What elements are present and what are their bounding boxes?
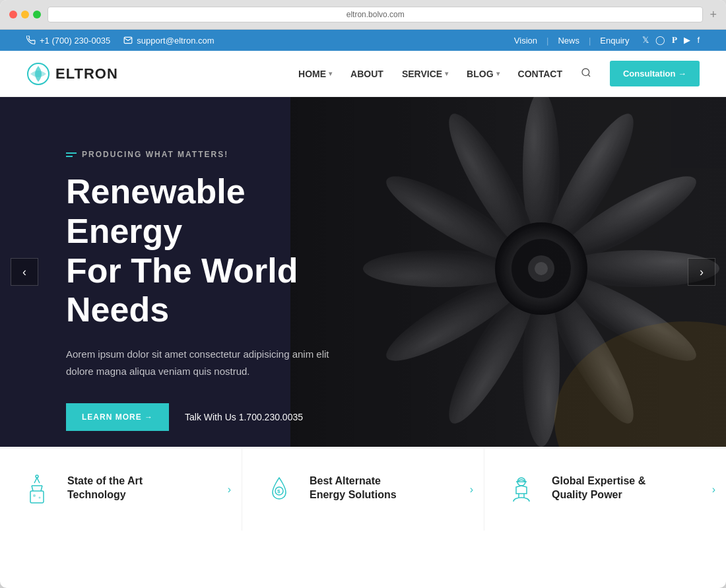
hero-next-arrow[interactable]: › — [688, 258, 715, 286]
hero-phone-text[interactable]: Talk With Us 1.700.230.0035 — [185, 412, 303, 422]
hero-actions: LEARN MORE → Talk With Us 1.700.230.0035 — [66, 403, 343, 431]
browser-dots — [9, 11, 41, 18]
twitter-icon[interactable]: 𝕏 — [642, 35, 649, 46]
news-link[interactable]: News — [558, 36, 579, 46]
email-text: support@eltron.com — [137, 36, 214, 46]
logo-icon — [26, 62, 50, 86]
nav-bar: ELTRON HOME ▾ ABOUT SERVICE ▾ BLOG ▾ CON… — [0, 51, 726, 97]
new-tab-button[interactable]: + — [710, 8, 717, 22]
svg-line-2 — [588, 75, 590, 77]
left-arrow-icon: ‹ — [22, 265, 26, 279]
svg-rect-22 — [30, 491, 44, 503]
vision-link[interactable]: Vision — [514, 36, 537, 46]
divider2: | — [589, 36, 591, 46]
feature-arrow-3: › — [712, 484, 715, 496]
svg-point-23 — [33, 494, 36, 497]
feature-title-2: Best AlternateEnergy Solutions — [310, 474, 397, 502]
facebook-icon[interactable]: f — [697, 35, 700, 46]
fullscreen-dot[interactable] — [33, 11, 41, 18]
divider1: | — [546, 36, 548, 46]
phone-item[interactable]: +1 (700) 230-0035 — [26, 36, 110, 46]
svg-text:$: $ — [277, 488, 280, 494]
learn-more-button[interactable]: LEARN MORE → — [66, 403, 169, 431]
svg-point-25 — [36, 475, 38, 478]
email-item[interactable]: support@eltron.com — [123, 36, 214, 46]
top-bar-right: Vision | News | Enquiry 𝕏 ◯ 𝐏 ▶ f — [514, 35, 700, 46]
nav-home[interactable]: HOME ▾ — [298, 69, 332, 79]
phone-text: +1 (700) 230-0035 — [40, 36, 110, 46]
feature-arrow-1: › — [228, 484, 231, 496]
top-bar-left: +1 (700) 230-0035 support@eltron.com — [26, 36, 214, 46]
badge-text: PRODUCING WHAT MATTERS! — [82, 150, 228, 159]
feature-title-3: Global Expertise &Quality Power — [552, 474, 645, 502]
feature-card-3[interactable]: Global Expertise &Quality Power › — [484, 449, 726, 531]
pinterest-icon[interactable]: 𝐏 — [672, 35, 677, 46]
close-dot[interactable] — [9, 11, 17, 18]
enquiry-link[interactable]: Enquiry — [600, 36, 629, 46]
logo-text: ELTRON — [55, 65, 118, 82]
hero-description: Aorem ipsum dolor sit amet consectetur a… — [66, 346, 343, 379]
home-chevron: ▾ — [329, 70, 332, 77]
instagram-icon[interactable]: ◯ — [655, 35, 665, 46]
hero-title-line2: For The World Needs — [66, 251, 298, 329]
nav-contact[interactable]: CONTACT — [518, 69, 562, 79]
feature-text-3: Global Expertise &Quality Power — [552, 474, 645, 505]
hero-prev-arrow[interactable]: ‹ — [11, 258, 38, 286]
consultation-button[interactable]: Consultation → — [610, 61, 700, 86]
feature-text-2: Best AlternateEnergy Solutions — [310, 474, 397, 505]
top-bar: +1 (700) 230-0035 support@eltron.com Vis… — [0, 30, 726, 51]
address-bar[interactable]: eltron.bolvo.com — [48, 7, 703, 22]
minimize-dot[interactable] — [21, 11, 29, 18]
url-text: eltron.bolvo.com — [346, 10, 405, 19]
nav-links: HOME ▾ ABOUT SERVICE ▾ BLOG ▾ CONTACT Co… — [298, 61, 700, 86]
logo[interactable]: ELTRON — [26, 62, 118, 86]
right-arrow-icon: › — [700, 265, 704, 279]
feature-card-1[interactable]: State of the ArtTechnology › — [0, 449, 242, 531]
water-energy-icon: $ — [262, 473, 296, 507]
hero-content: PRODUCING WHAT MATTERS! Renewable Energy… — [0, 97, 409, 447]
hero-title-line1: Renewable Energy — [66, 172, 246, 250]
social-icons: 𝕏 ◯ 𝐏 ▶ f — [642, 35, 700, 46]
youtube-icon[interactable]: ▶ — [684, 35, 690, 46]
email-icon — [123, 36, 133, 45]
features-section: State of the ArtTechnology › $ Best Alte… — [0, 447, 726, 531]
svg-point-1 — [582, 69, 589, 76]
nav-service[interactable]: SERVICE ▾ — [402, 69, 448, 79]
browser-chrome: eltron.bolvo.com + — [0, 0, 726, 30]
blog-chevron: ▾ — [496, 70, 500, 77]
feature-text-1: State of the ArtTechnology — [67, 474, 143, 505]
search-icon[interactable] — [581, 67, 591, 81]
feature-arrow-2: › — [470, 484, 473, 496]
worker-icon — [504, 473, 539, 507]
badge-lines — [66, 152, 77, 157]
svg-point-24 — [39, 497, 41, 499]
badge-line-2 — [66, 156, 73, 157]
badge-line-1 — [66, 152, 77, 154]
feature-card-2[interactable]: $ Best AlternateEnergy Solutions › — [242, 449, 484, 531]
service-chevron: ▾ — [445, 70, 448, 77]
hero-title: Renewable Energy For The World Needs — [66, 172, 343, 330]
hero-section: PRODUCING WHAT MATTERS! Renewable Energy… — [0, 97, 726, 447]
chemistry-icon — [20, 473, 54, 507]
nav-blog[interactable]: BLOG ▾ — [467, 69, 499, 79]
phone-icon — [26, 36, 36, 45]
feature-title-1: State of the ArtTechnology — [67, 474, 143, 502]
nav-about[interactable]: ABOUT — [350, 69, 383, 79]
hero-badge: PRODUCING WHAT MATTERS! — [66, 150, 343, 159]
